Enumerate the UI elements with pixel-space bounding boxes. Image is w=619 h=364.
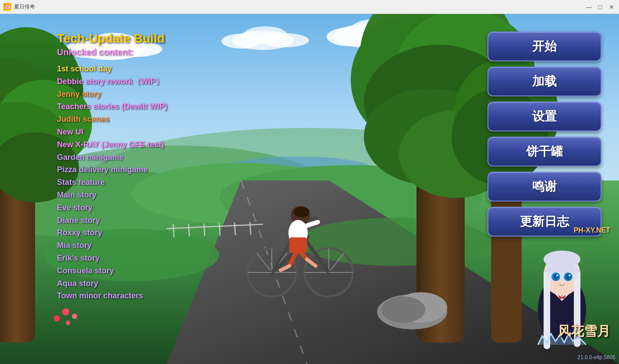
content-item-17: Aqua story [57,277,167,290]
content-item-0: 1st school day [57,63,167,75]
maximize-button[interactable]: □ [596,3,604,11]
content-item-1: Debbie story rework（WIP） [57,75,167,88]
content-item-8: Pizza delivery minigame [57,163,167,176]
menu-button-settings[interactable]: 设置 [487,102,601,131]
window-controls: — □ ✕ [585,3,615,11]
content-item-13: Roxxy story [57,226,167,239]
svg-point-83 [54,315,60,322]
left-panel: Tech-Update Build Unlocked content: 1st … [57,32,167,302]
svg-line-30 [250,222,251,235]
content-item-18: Town minor characters [57,290,167,302]
menu-button-start[interactable]: 开始 [487,32,601,61]
svg-point-92 [544,251,580,268]
menu-button-load[interactable]: 加载 [487,67,601,96]
svg-line-29 [235,223,235,235]
content-item-16: Consuela story [57,265,167,277]
svg-point-97 [556,275,558,276]
close-button[interactable]: ✕ [608,3,615,11]
content-item-6: New X-RAY (Jenny GFE test) [57,138,167,151]
content-item-14: Mia story [57,239,167,252]
svg-line-28 [219,223,220,236]
titlebar-title: 夏日传奇 [14,3,585,11]
svg-point-8 [243,26,287,44]
content-item-11: Eve story [57,201,167,214]
svg-line-26 [189,224,189,237]
watermark-site: PH-XY.NET [573,226,610,234]
svg-line-27 [204,223,205,236]
content-item-4: Judith scenes [57,113,167,126]
svg-point-81 [62,308,69,315]
content-list: 1st school dayDebbie story rework（WIP）Je… [57,63,167,302]
svg-point-49 [381,297,425,323]
content-item-3: Teachers stories (Dewitt WIP) [57,100,167,113]
svg-point-95 [553,274,559,280]
titlebar: 🌸 夏日传奇 — □ ✕ [0,0,619,14]
unlocked-label: Unlocked content: [57,47,167,57]
content-item-5: New UI [57,126,167,138]
content-item-7: Garden minigame [57,151,167,164]
svg-point-80 [294,207,310,217]
minimize-button[interactable]: — [585,3,593,11]
svg-point-84 [66,321,70,325]
content-item-9: Stats feature [57,176,167,189]
main-content: Tech-Update Build Unlocked content: 1st … [0,14,619,364]
content-item-15: Erik's story [57,252,167,265]
svg-point-82 [72,314,77,319]
version-text: 21.0.0-v4p.5605 [577,354,615,360]
svg-point-98 [569,275,570,276]
watermark: PH-XY.NET 风花雪月 [514,222,610,355]
watermark-logo: 风花雪月 [558,322,610,340]
build-title: Tech-Update Build [57,32,167,46]
svg-point-96 [566,274,571,280]
right-panel: 开始加载设置饼干罐鸣谢更新日志 [487,32,601,237]
content-item-10: Main story [57,189,167,201]
content-item-2: Jenny story [57,88,167,101]
menu-button-credits[interactable]: 鸣谢 [487,172,601,201]
menu-button-cookie[interactable]: 饼干罐 [487,137,601,166]
app-icon: 🌸 [4,3,11,11]
svg-line-25 [173,224,174,237]
content-item-12: Diane story [57,214,167,227]
